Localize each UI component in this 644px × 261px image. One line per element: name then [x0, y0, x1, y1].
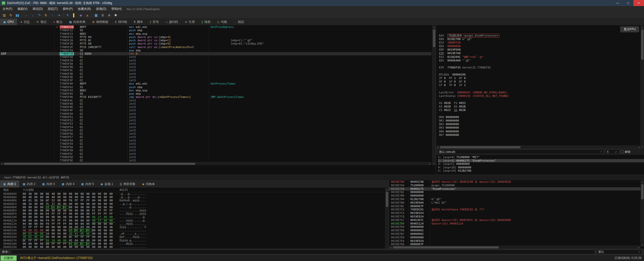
- step-out-icon[interactable]: ↑: [49, 12, 56, 18]
- dump-byte[interactable]: 00: [92, 235, 98, 239]
- disasm-row[interactable]: EIP77085F35C2 0800ret 8: [0, 52, 431, 55]
- scroll-down-icon[interactable]: ▼: [432, 162, 436, 165]
- disasm-row[interactable]: 77085F46FF25 E4140F77jmp dword ptr ds:[<…: [0, 95, 431, 99]
- dump-byte[interactable]: FF: [86, 199, 92, 202]
- tab-seh[interactable]: §SEH链: [112, 19, 131, 25]
- dump-byte[interactable]: 40: [57, 206, 63, 209]
- menu-item[interactable]: 选项(O): [93, 6, 109, 12]
- register-line[interactable]: [439, 62, 640, 66]
- dump-byte[interactable]: 00: [86, 192, 92, 196]
- register-line[interactable]: DR3 00000000: [439, 126, 640, 130]
- scroll-down-icon[interactable]: ▼: [641, 145, 644, 148]
- dump-byte[interactable]: 00: [63, 199, 69, 202]
- dump-byte[interactable]: 00: [75, 202, 80, 206]
- dump-byte[interactable]: 00: [80, 192, 86, 196]
- register-line[interactable]: [439, 87, 640, 91]
- register-line[interactable]: ECX 7808FF26: [439, 41, 640, 45]
- disasm-row[interactable]: 77085F5CCCint3: [0, 152, 431, 156]
- dump-byte[interactable]: 00: [86, 209, 92, 212]
- dump-byte[interactable]: 00: [63, 209, 69, 212]
- dump-byte[interactable]: 00: [34, 215, 40, 219]
- unlock-checkbox[interactable]: 解锁: [621, 150, 642, 154]
- dump-byte[interactable]: 00: [63, 206, 69, 209]
- dump-byte[interactable]: 40: [28, 192, 34, 196]
- dump-byte[interactable]: 00: [92, 202, 98, 206]
- dump-byte[interactable]: 00: [63, 245, 69, 249]
- register-line[interactable]: LastError 000005A7 (ERROR_NO_SCROLLBARS): [439, 91, 640, 94]
- dump-row[interactable]: 004660D400000000101640000000000000000000…: [0, 206, 389, 209]
- dump-byte[interactable]: 00: [98, 239, 104, 242]
- dump-byte[interactable]: 16: [52, 206, 57, 209]
- dump-byte[interactable]: 60: [104, 226, 109, 229]
- dump-byte[interactable]: 08: [23, 229, 28, 232]
- register-line[interactable]: ZF 0 PF 1 AF 0: [439, 77, 640, 80]
- dump-row[interactable]: 0046615400614600100004002061050000000000…: [0, 232, 389, 235]
- disasm-row[interactable]: 77085F345Dpop ebp: [0, 49, 431, 52]
- dump-byte[interactable]: 40: [28, 196, 34, 199]
- dump-byte[interactable]: FF: [34, 239, 40, 242]
- disasm-row[interactable]: 77085F5ACCint3: [0, 145, 431, 149]
- dump-byte[interactable]: 00: [23, 232, 28, 236]
- dump-byte[interactable]: 00: [34, 222, 40, 226]
- dump-byte[interactable]: FF: [80, 235, 86, 239]
- tab-symbols[interactable]: ƒ符号: [146, 19, 162, 25]
- disasm-row[interactable]: 77085F3ACCint3: [0, 62, 431, 65]
- dump-row[interactable]: 0046619400000000000000000000050000000000…: [0, 245, 389, 249]
- dump-byte[interactable]: 00: [23, 245, 28, 249]
- dump-byte[interactable]: 00: [80, 206, 86, 209]
- dump-byte[interactable]: 00: [40, 245, 46, 249]
- dump-byte[interactable]: 00: [92, 245, 98, 249]
- dump-byte[interactable]: 44: [23, 199, 28, 202]
- stack-row[interactable]: 0019E7D800000002: [389, 229, 640, 232]
- register-line[interactable]: EDX 00000006: [439, 45, 640, 48]
- dump-byte[interactable]: 00: [23, 196, 28, 199]
- dump-byte[interactable]: 40: [104, 219, 109, 222]
- dump-row[interactable]: 004661643061460000000000DCFFFFFF00000000…: [0, 235, 389, 239]
- register-line[interactable]: LastStatus C0000135 (STATUS_DLL_NOT_FOUN…: [439, 94, 640, 98]
- dump-byte[interactable]: 00: [57, 196, 63, 199]
- disasm-row[interactable]: 77085F4CCCint3: [0, 99, 431, 102]
- disasm-row[interactable]: 77085F54CCint3: [0, 126, 431, 129]
- dump-byte[interactable]: 00: [57, 209, 63, 212]
- dump-byte[interactable]: 00: [80, 239, 86, 242]
- tab-watch-1[interactable]: ◉监视 1: [97, 180, 117, 188]
- dump-row[interactable]: 0046611400000000F4FFFFFF0000000094174000…: [0, 219, 389, 222]
- menu-item[interactable]: 调试(D): [30, 6, 45, 12]
- dump-byte[interactable]: 00: [109, 206, 115, 209]
- tab-breakpoints[interactable]: ●断点: [50, 19, 66, 25]
- disasm-row[interactable]: 77085F5DCCint3: [0, 156, 431, 159]
- dump-byte[interactable]: 00: [40, 202, 46, 206]
- dump-byte[interactable]: 00: [86, 215, 92, 219]
- dump-byte[interactable]: DC: [69, 235, 75, 239]
- dump-byte[interactable]: 00: [98, 226, 104, 229]
- dump-byte[interactable]: 00: [104, 196, 109, 199]
- dump-byte[interactable]: 00: [86, 232, 92, 236]
- argument-row[interactable]: 5: [esp+14] 022B2788: [438, 169, 644, 173]
- dump-byte[interactable]: 00: [75, 222, 80, 226]
- dump-byte[interactable]: F0: [46, 222, 52, 226]
- dump-byte[interactable]: 00: [63, 235, 69, 239]
- scroll-up-icon[interactable]: ▲: [641, 25, 644, 29]
- dump-byte[interactable]: 00: [28, 212, 34, 215]
- register-line[interactable]: EBP 0019FD98: [439, 48, 640, 52]
- dump-byte[interactable]: FF: [52, 242, 57, 245]
- dump-byte[interactable]: 00: [69, 192, 75, 196]
- dump-byte[interactable]: 00: [98, 222, 104, 226]
- tab-log[interactable]: ≡日志: [17, 19, 33, 25]
- register-line[interactable]: EFLAGS 00000206: [439, 73, 640, 77]
- trace-icon[interactable]: ▲: [84, 12, 91, 18]
- dump-byte[interactable]: 03: [80, 229, 86, 232]
- dump-row[interactable]: 00466134CCFFFFFF000000000000030000006046…: [0, 226, 389, 229]
- dump-byte[interactable]: 00: [92, 229, 98, 232]
- stack-row[interactable]: 0019E7B000000000: [389, 194, 640, 198]
- disasm-row[interactable]: 77085F28FF75 0Cpush dword ptr ss:[ebp+C]…: [0, 39, 431, 42]
- dump-byte[interactable]: 00: [28, 245, 34, 249]
- dump-byte[interactable]: 00: [80, 202, 86, 206]
- dump-byte[interactable]: 58: [40, 199, 46, 202]
- dump-byte[interactable]: 61: [28, 232, 34, 236]
- dump-byte[interactable]: FF: [98, 212, 104, 215]
- argument-row[interactable]: 4: [esp+10] 00000000: [438, 166, 644, 169]
- tab-dump-4[interactable]: ▦内存 4: [58, 180, 78, 188]
- dump-byte[interactable]: FC: [92, 209, 98, 212]
- dump-byte[interactable]: 04: [92, 199, 98, 202]
